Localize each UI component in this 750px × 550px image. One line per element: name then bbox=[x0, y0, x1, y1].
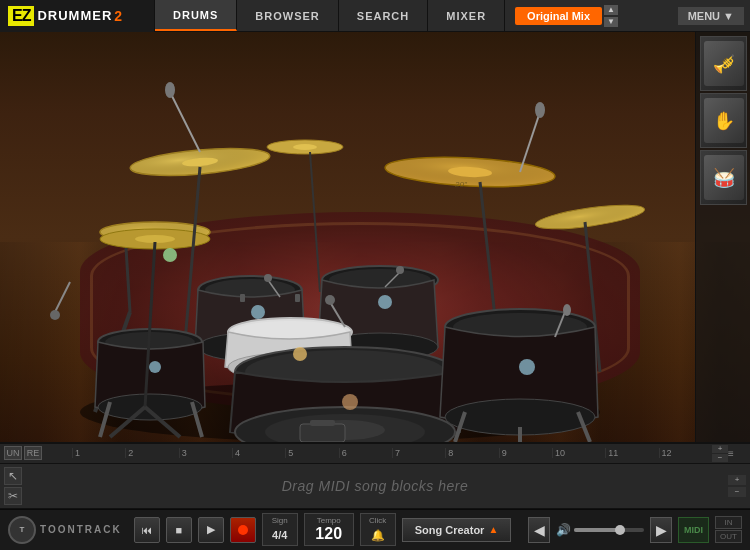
toontrack-text: TOONTRACK bbox=[40, 524, 122, 535]
svg-point-69 bbox=[342, 394, 358, 410]
instrument-trumpet[interactable]: 🎺 bbox=[700, 36, 747, 91]
nav-tabs: DRUMS BROWSER SEARCH MIXER bbox=[155, 0, 505, 31]
menu-button[interactable]: MENU ▼ bbox=[678, 7, 744, 25]
svg-line-56 bbox=[55, 282, 70, 312]
click-icon: 🔔 bbox=[371, 529, 385, 541]
top-navigation: EZ DRUMMER 2 DRUMS BROWSER SEARCH MIXER … bbox=[0, 0, 750, 32]
click-display[interactable]: Click 🔔 bbox=[360, 513, 396, 546]
svg-line-52 bbox=[170, 92, 200, 152]
timeline-num-7: 7 bbox=[392, 448, 445, 458]
in-button[interactable]: IN bbox=[715, 516, 742, 529]
svg-point-45 bbox=[98, 394, 202, 420]
timeline-zoom: + − bbox=[712, 445, 728, 462]
rewind-button[interactable]: ⏮ bbox=[134, 517, 160, 543]
instrument-tambourine[interactable]: 🥁 bbox=[700, 150, 747, 205]
timeline-num-8: 8 bbox=[445, 448, 498, 458]
svg-line-21 bbox=[310, 152, 320, 292]
trumpet-icon: 🎺 bbox=[704, 41, 744, 86]
svg-point-51 bbox=[325, 295, 335, 305]
tempo-label: Tempo bbox=[311, 516, 347, 525]
prev-button[interactable]: ◀ bbox=[528, 517, 550, 543]
tab-search[interactable]: SEARCH bbox=[339, 0, 428, 31]
song-creator-button[interactable]: Song Creator ▲ bbox=[402, 518, 512, 542]
tambourine-icon: 🥁 bbox=[704, 155, 744, 200]
drum-kit-svg: 20" bbox=[0, 32, 695, 442]
svg-point-55 bbox=[535, 102, 545, 118]
logo-drummer: DRUMMER bbox=[37, 8, 112, 23]
tempo-value: 120 bbox=[315, 525, 342, 542]
timeline-num-6: 6 bbox=[339, 448, 392, 458]
tempo-display[interactable]: Tempo 120 bbox=[304, 513, 354, 546]
timeline-num-12: 12 bbox=[659, 448, 712, 458]
svg-point-59 bbox=[264, 274, 272, 282]
out-button[interactable]: OUT bbox=[715, 530, 742, 543]
svg-point-17 bbox=[534, 200, 645, 233]
timeline-num-2: 2 bbox=[125, 448, 178, 458]
svg-point-20 bbox=[293, 144, 317, 150]
svg-point-63 bbox=[563, 304, 571, 316]
zoom-out-button[interactable]: − bbox=[712, 454, 728, 462]
timeline-bar: UN RE 1 2 3 4 5 6 7 8 9 10 11 12 + − ≡ bbox=[0, 444, 750, 464]
svg-point-70 bbox=[519, 359, 535, 375]
svg-point-64 bbox=[163, 248, 177, 262]
volume-slider[interactable] bbox=[574, 528, 644, 532]
volume-thumb bbox=[615, 525, 625, 535]
record-button[interactable] bbox=[230, 517, 256, 543]
timeline-num-5: 5 bbox=[285, 448, 338, 458]
zoom-out-right-button[interactable]: − bbox=[728, 487, 746, 497]
preset-up-button[interactable]: ▲ bbox=[604, 5, 618, 15]
timeline-num-1: 1 bbox=[72, 448, 125, 458]
toontrack-circle: T bbox=[8, 516, 36, 544]
play-button[interactable]: ▶ bbox=[198, 517, 224, 543]
svg-rect-75 bbox=[295, 294, 300, 302]
svg-rect-49 bbox=[310, 420, 335, 426]
sign-value: 4/4 bbox=[272, 529, 287, 541]
tab-browser[interactable]: BROWSER bbox=[237, 0, 338, 31]
song-creator-arrow: ▲ bbox=[488, 524, 498, 535]
scissors-tool-button[interactable]: ✂ bbox=[4, 487, 22, 505]
preset-button[interactable]: Original Mix bbox=[515, 7, 602, 25]
undo-button[interactable]: UN bbox=[4, 446, 22, 460]
tool-buttons: ↖ ✂ bbox=[4, 464, 22, 508]
timeline-num-3: 3 bbox=[179, 448, 232, 458]
stop-button[interactable]: ■ bbox=[166, 517, 192, 543]
svg-point-68 bbox=[293, 347, 307, 361]
song-creator-label: Song Creator bbox=[415, 524, 485, 536]
zoom-in-right-button[interactable]: + bbox=[728, 475, 746, 485]
hand-icon: ✋ bbox=[704, 98, 744, 143]
tab-mixer[interactable]: MIXER bbox=[428, 0, 505, 31]
sign-label: Sign bbox=[269, 516, 291, 525]
instrument-hand[interactable]: ✋ bbox=[700, 93, 747, 148]
redo-button[interactable]: RE bbox=[24, 446, 42, 460]
timeline-num-11: 11 bbox=[605, 448, 658, 458]
preset-down-button[interactable]: ▼ bbox=[604, 17, 618, 27]
select-tool-button[interactable]: ↖ bbox=[4, 467, 22, 485]
app-logo: EZ DRUMMER 2 bbox=[0, 0, 155, 32]
zoom-in-button[interactable]: + bbox=[712, 445, 728, 453]
svg-rect-74 bbox=[240, 294, 245, 302]
time-signature-display: Sign 4/4 bbox=[262, 513, 298, 546]
tab-drums[interactable]: DRUMS bbox=[155, 0, 237, 31]
svg-line-54 bbox=[520, 112, 540, 172]
right-zoom-buttons: + − bbox=[728, 464, 746, 508]
next-button[interactable]: ▶ bbox=[650, 517, 672, 543]
volume-slider-group: 🔊 bbox=[556, 523, 644, 537]
preset-arrows: ▲ ▼ bbox=[604, 4, 618, 28]
drum-stage: 20" bbox=[0, 32, 750, 442]
timeline-settings-button[interactable]: ≡ bbox=[728, 448, 746, 459]
timeline-numbers: 1 2 3 4 5 6 7 8 9 10 11 12 bbox=[68, 448, 712, 458]
midi-button[interactable]: MIDI bbox=[678, 517, 709, 543]
in-out-buttons: IN OUT bbox=[715, 516, 742, 543]
svg-point-67 bbox=[149, 361, 161, 373]
timeline-num-9: 9 bbox=[499, 448, 552, 458]
svg-point-6 bbox=[135, 235, 175, 243]
logo-ez: EZ bbox=[8, 6, 34, 26]
volume-fill bbox=[574, 528, 620, 532]
drag-placeholder: Drag MIDI song blocks here bbox=[282, 478, 469, 494]
record-dot bbox=[238, 525, 248, 535]
undo-redo-group: UN RE bbox=[4, 446, 42, 460]
svg-point-65 bbox=[251, 305, 265, 319]
svg-rect-48 bbox=[300, 424, 345, 442]
volume-icon: 🔊 bbox=[556, 523, 571, 537]
svg-point-53 bbox=[165, 82, 175, 98]
